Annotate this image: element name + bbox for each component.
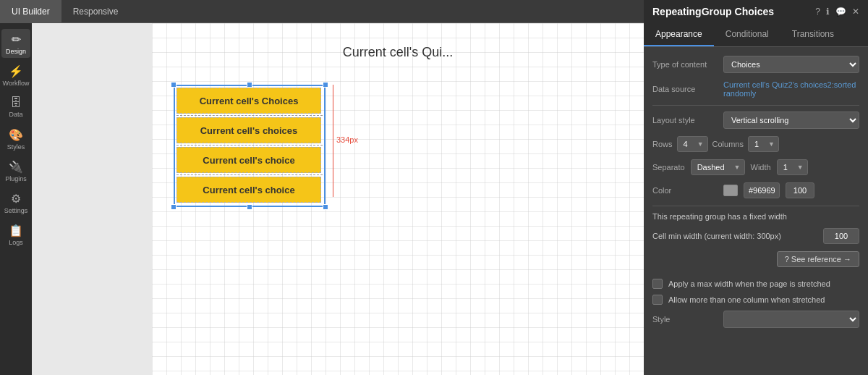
- size-line: [333, 85, 333, 197]
- tab-conditional[interactable]: Conditional: [714, 23, 780, 46]
- nav-workflow[interactable]: ⚡ Workflow: [1, 61, 30, 90]
- type-of-content-row: Type of content Choices: [652, 56, 859, 73]
- data-icon: 🗄: [10, 96, 22, 109]
- color-row: Color: [652, 182, 859, 198]
- width-label: Width: [751, 163, 771, 172]
- style-select[interactable]: [723, 311, 859, 328]
- nav-logs-label: Logs: [9, 239, 23, 246]
- type-of-content-label: Type of content: [652, 60, 718, 69]
- color-hex-input[interactable]: [744, 182, 780, 198]
- fixed-width-row: This repeating group has a fixed width: [652, 212, 859, 221]
- settings-icon: ⚙: [11, 192, 21, 206]
- separator-arrow[interactable]: ▼: [731, 161, 744, 174]
- tab-responsive[interactable]: Responsive: [61, 0, 130, 22]
- left-icon-nav: ✏ Design ⚡ Workflow 🗄 Data 🎨 Styles 🔌 Pl…: [0, 23, 32, 375]
- divider-2: [652, 206, 859, 206]
- separator-row: Separato Dashed ▼ Width 1 ▼: [652, 159, 859, 175]
- canvas-title: Current cell's Qui...: [343, 45, 453, 60]
- nav-workflow-label: Workflow: [3, 80, 30, 87]
- columns-label: Columns: [712, 140, 744, 148]
- cell-min-width-row: Cell min width (current width: 300px): [652, 228, 859, 244]
- cell-min-width-input[interactable]: [823, 228, 859, 244]
- help-icon[interactable]: ?: [815, 7, 820, 17]
- logs-icon: 📋: [9, 224, 23, 237]
- columns-value: 1: [749, 137, 765, 151]
- canvas-cell-3[interactable]: Current cell's choice: [176, 177, 321, 203]
- nav-design[interactable]: ✏ Design: [1, 29, 30, 58]
- nav-plugins-label: Plugins: [5, 175, 27, 182]
- width-arrow[interactable]: ▼: [793, 161, 807, 174]
- tab-transitions[interactable]: Transitions: [780, 23, 846, 46]
- allow-more-columns-checkbox[interactable]: [652, 295, 663, 305]
- nav-settings[interactable]: ⚙ Settings: [1, 188, 30, 217]
- tab-appearance[interactable]: Appearance: [644, 23, 714, 46]
- data-source-row: Data source Current cell's Quiz2's choic…: [652, 80, 859, 98]
- allow-more-columns-label: Allow more than one column when stretche…: [668, 295, 825, 304]
- styles-icon: 🎨: [9, 128, 23, 142]
- separator-value: Dashed: [692, 160, 731, 174]
- separator-select[interactable]: Dashed ▼: [691, 159, 745, 175]
- workflow-icon: ⚡: [9, 64, 23, 78]
- rows-label: Rows: [652, 140, 673, 148]
- apply-max-width-checkbox[interactable]: [652, 279, 663, 289]
- nav-data-label: Data: [9, 111, 22, 118]
- color-swatch[interactable]: [723, 185, 738, 196]
- apply-max-width-row: Apply a max width when the page is stret…: [652, 279, 859, 289]
- apply-max-width-label: Apply a max width when the page is stret…: [668, 279, 830, 288]
- see-reference-button[interactable]: ? See reference →: [777, 251, 859, 267]
- size-label: 334px: [336, 135, 358, 144]
- panel-title: RepeatingGroup Choices: [652, 6, 809, 17]
- layout-style-label: Layout style: [652, 116, 718, 125]
- rows-arrow[interactable]: ▼: [694, 138, 707, 151]
- panel-header-icons: ? ℹ 💬 ✕: [815, 7, 859, 17]
- color-label: Color: [652, 186, 718, 195]
- tab-ui-builder[interactable]: UI Builder: [0, 0, 61, 22]
- comment-icon[interactable]: 💬: [835, 7, 846, 17]
- nav-settings-label: Settings: [4, 207, 28, 214]
- data-source-value[interactable]: Current cell's Quiz2's choices2:sorted r…: [723, 80, 859, 98]
- nav-design-label: Design: [6, 48, 26, 55]
- nav-styles-label: Styles: [7, 143, 25, 151]
- width-stepper[interactable]: 1 ▼: [777, 159, 808, 175]
- nav-logs[interactable]: 📋 Logs: [1, 220, 30, 249]
- panel-content: Type of content Choices Data source Curr…: [644, 47, 868, 375]
- rows-stepper[interactable]: 4 ▼: [677, 136, 708, 152]
- columns-arrow[interactable]: ▼: [765, 138, 778, 151]
- nav-plugins[interactable]: 🔌 Plugins: [1, 156, 30, 185]
- data-source-label: Data source: [652, 85, 718, 93]
- repeating-group-canvas[interactable]: Current cell's Choices Current cell's ch…: [174, 85, 326, 207]
- design-icon: ✏: [12, 33, 21, 46]
- panel-tabs: Appearance Conditional Transitions: [644, 23, 868, 47]
- nav-data[interactable]: 🗄 Data: [1, 93, 30, 122]
- style-row: Style: [652, 311, 859, 328]
- style-label: Style: [652, 315, 718, 324]
- separator-label: Separato: [652, 163, 685, 172]
- panel-header: RepeatingGroup Choices ? ℹ 💬 ✕: [644, 0, 868, 23]
- rows-cols-row: Rows 4 ▼ Columns 1 ▼: [652, 136, 859, 152]
- right-panel: RepeatingGroup Choices ? ℹ 💬 ✕ Appearanc…: [644, 0, 868, 375]
- canvas-inner: Current cell's Qui... Current cell's Cho…: [152, 23, 644, 375]
- type-of-content-select[interactable]: Choices: [723, 56, 859, 73]
- rows-value: 4: [678, 137, 694, 151]
- fixed-width-text: This repeating group has a fixed width: [652, 212, 787, 221]
- close-icon[interactable]: ✕: [852, 7, 859, 17]
- allow-more-columns-row: Allow more than one column when stretche…: [652, 295, 859, 305]
- info-icon[interactable]: ℹ: [826, 7, 830, 17]
- cell-min-width-label: Cell min width (current width: 300px): [652, 232, 817, 240]
- width-value: 1: [778, 160, 793, 174]
- canvas-cell-1[interactable]: Current cell's choices: [176, 117, 321, 143]
- canvas-cell-0[interactable]: Current cell's Choices: [176, 88, 321, 114]
- nav-styles[interactable]: 🎨 Styles: [1, 125, 30, 153]
- divider-1: [652, 105, 859, 106]
- columns-stepper[interactable]: 1 ▼: [748, 136, 779, 152]
- plugins-icon: 🔌: [9, 160, 23, 174]
- canvas-cell-2[interactable]: Current cell's choice: [176, 147, 321, 173]
- layout-style-select[interactable]: Vertical scrolling: [723, 111, 859, 129]
- layout-style-row: Layout style Vertical scrolling: [652, 111, 859, 129]
- color-opacity-input[interactable]: [786, 182, 814, 198]
